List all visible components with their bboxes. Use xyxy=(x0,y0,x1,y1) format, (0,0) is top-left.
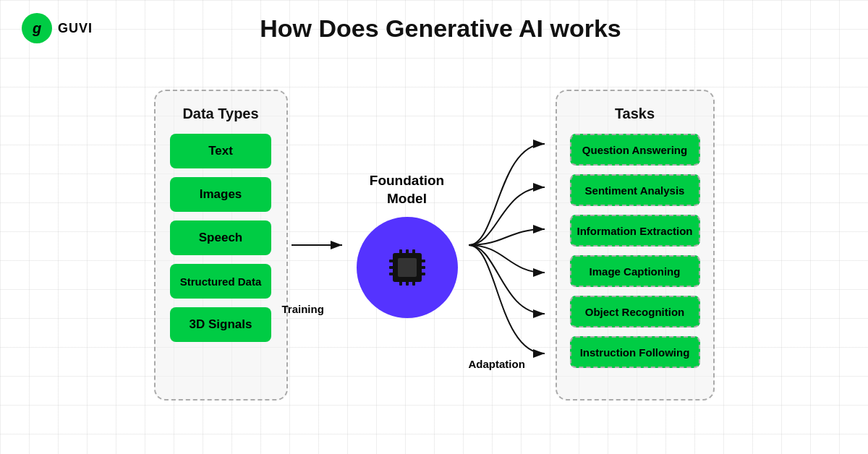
svg-rect-5 xyxy=(406,249,409,254)
foundation-model-label: FoundationModel xyxy=(370,172,444,207)
output-arrows-svg xyxy=(461,90,556,401)
training-label: Training xyxy=(282,303,324,315)
data-type-text: Text xyxy=(170,134,271,168)
task-sentiment-analysis: Sentiment Analysis xyxy=(570,174,700,206)
svg-rect-8 xyxy=(406,280,409,286)
tasks-title: Tasks xyxy=(615,106,655,122)
svg-rect-3 xyxy=(398,258,417,277)
svg-rect-6 xyxy=(412,249,415,254)
data-type-speech: Speech xyxy=(170,220,271,255)
logo-text: GUVI xyxy=(58,21,93,36)
foundation-model-circle xyxy=(357,217,458,318)
data-type-structured-data: Structured Data xyxy=(170,264,271,299)
page-title: How Does Generative AI works xyxy=(93,14,788,43)
logo-icon: g xyxy=(22,13,52,43)
svg-rect-14 xyxy=(420,266,425,269)
task-instruction-following: Instruction Following xyxy=(570,336,700,368)
svg-rect-10 xyxy=(389,260,394,262)
svg-rect-12 xyxy=(389,273,394,275)
tasks-box: Tasks Question Answering Sentiment Analy… xyxy=(556,90,715,401)
svg-rect-7 xyxy=(399,280,402,286)
chip-icon xyxy=(382,242,433,293)
svg-rect-11 xyxy=(389,266,394,269)
data-type-3d-signals: 3D Signals xyxy=(170,307,271,342)
svg-rect-13 xyxy=(420,260,425,262)
page-content: g GUVI How Does Generative AI works Data… xyxy=(0,0,868,454)
task-image-captioning: Image Captioning xyxy=(570,255,700,287)
data-types-title: Data Types xyxy=(182,106,258,122)
training-arrow-svg xyxy=(288,90,353,401)
data-type-images: Images xyxy=(170,177,271,212)
task-question-answering: Question Answering xyxy=(570,134,700,166)
svg-rect-15 xyxy=(420,273,425,275)
svg-rect-9 xyxy=(412,280,415,286)
data-types-box: Data Types Text Images Speech Structured… xyxy=(154,90,288,401)
svg-rect-4 xyxy=(399,249,402,254)
task-object-recognition: Object Recognition xyxy=(570,296,700,327)
task-information-extraction: Information Extraction xyxy=(570,215,700,247)
main-diagram: Data Types Text Images Speech Structured… xyxy=(0,51,868,447)
header: g GUVI How Does Generative AI works xyxy=(0,0,868,51)
adaptation-label: Adaptation xyxy=(469,358,525,370)
